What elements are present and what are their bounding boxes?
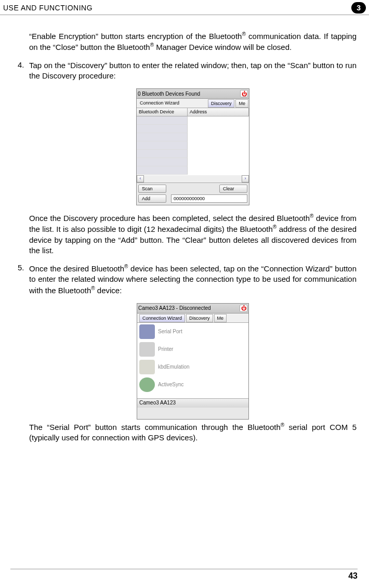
registered-mark: ® — [91, 285, 95, 291]
registered-mark: ® — [150, 42, 154, 48]
add-button[interactable]: Add — [138, 194, 166, 203]
list-row — [137, 125, 249, 133]
column-headers: Bluetooth Device Address — [137, 108, 249, 116]
col-bluetooth-device[interactable]: Bluetooth Device — [137, 108, 188, 116]
kbd-emulation-button[interactable]: kbdEmulation — [137, 358, 248, 376]
activesync-button[interactable]: ActiveSync — [137, 376, 248, 394]
status-bar: Cameo3 AA123 — [137, 398, 248, 408]
horizontal-scrollbar[interactable]: ‹ › — [137, 175, 249, 182]
list-row — [137, 166, 249, 175]
list-row — [137, 133, 249, 141]
tab-connection-wizard[interactable]: Connection Wizard — [137, 99, 207, 108]
paragraph-discovery-complete: Once the Discovery procedure has been co… — [29, 213, 357, 256]
content: “Enable Encryption” button starts encryp… — [0, 15, 369, 443]
tab-me[interactable]: Me — [214, 314, 227, 322]
device-list[interactable]: ‹ › — [137, 116, 249, 183]
printer-button[interactable]: Printer — [137, 341, 248, 358]
address-input[interactable]: 000000000000 — [171, 194, 247, 203]
header-title: USE AND FUNCTIONING — [3, 4, 93, 12]
tab-bar: Connection Wizard Discovery Me — [137, 99, 249, 108]
list-row — [137, 116, 249, 125]
close-icon[interactable]: ⏻ — [240, 90, 248, 97]
page-number: 43 — [348, 571, 358, 580]
label: Serial Port — [158, 329, 182, 334]
activesync-icon — [139, 377, 155, 392]
window-title: 0 Bluetooth Devices Found — [138, 91, 200, 97]
scroll-right-icon[interactable]: › — [242, 175, 249, 182]
button-row: Scan Clear — [137, 183, 249, 194]
window-titlebar: Cameo3 AA123 - Disconnected ⏻ — [137, 304, 248, 313]
text: “Enable Encryption” button starts encryp… — [29, 32, 242, 41]
text: Manager Device window will be closed. — [154, 43, 292, 51]
label: Printer — [158, 346, 173, 352]
registered-mark: ® — [242, 31, 245, 37]
text: device: — [95, 286, 122, 295]
list-row — [137, 150, 249, 158]
clear-button[interactable]: Clear — [219, 185, 247, 193]
step-number: 5. — [18, 263, 29, 296]
tab-discovery[interactable]: Discovery — [186, 314, 213, 322]
tab-discovery[interactable]: Discovery — [208, 99, 235, 108]
tab-connection-wizard[interactable]: Connection Wizard — [139, 314, 185, 322]
serial-port-button[interactable]: Serial Port — [137, 323, 248, 341]
label: ActiveSync — [158, 382, 183, 387]
paragraph-enable-encryption: “Enable Encryption” button starts encryp… — [29, 31, 357, 53]
text: Once the desired Bluetooth — [29, 264, 124, 273]
page-footer: 43 — [10, 569, 358, 581]
step-number: 4. — [18, 60, 29, 82]
screenshot-connection-wizard: Cameo3 AA123 - Disconnected ⏻ Connection… — [137, 303, 249, 420]
page-header: USE AND FUNCTIONING 3 — [0, 0, 369, 15]
tab-bar: Connection Wizard Discovery Me — [137, 313, 248, 323]
scroll-left-icon[interactable]: ‹ — [137, 175, 144, 182]
col-address[interactable]: Address — [188, 108, 249, 116]
text: The “Serial Port” button starts communic… — [29, 423, 281, 432]
list-row — [137, 141, 249, 150]
step-5: 5. Once the desired Bluetooth® device ha… — [18, 263, 357, 296]
step-text: Once the desired Bluetooth® device has b… — [29, 263, 357, 296]
label: kbdEmulation — [158, 364, 190, 370]
scan-button[interactable]: Scan — [138, 185, 166, 193]
window-title: Cameo3 AA123 - Disconnected — [138, 305, 211, 311]
step-text: Tap on the “Discovery” button to enter t… — [29, 60, 357, 82]
printer-icon — [139, 342, 155, 357]
text: Once the Discovery procedure has been co… — [29, 214, 310, 223]
chapter-badge: 3 — [351, 2, 366, 14]
paragraph-serial-port: The “Serial Port” button starts communic… — [29, 422, 357, 443]
tab-me[interactable]: Me — [235, 99, 248, 108]
list-row — [137, 158, 249, 166]
button-row: Add 000000000000 — [137, 194, 249, 204]
keyboard-icon — [139, 360, 155, 374]
serial-port-icon — [139, 324, 155, 339]
close-icon[interactable]: ⏻ — [240, 305, 247, 312]
screenshot-discovery: 0 Bluetooth Devices Found ⏻ Connection W… — [136, 88, 249, 205]
step-4: 4. Tap on the “Discovery” button to ente… — [18, 60, 357, 82]
connection-type-list: Serial Port Printer kbdEmulation ActiveS… — [137, 323, 248, 398]
window-titlebar: 0 Bluetooth Devices Found ⏻ — [137, 89, 249, 99]
